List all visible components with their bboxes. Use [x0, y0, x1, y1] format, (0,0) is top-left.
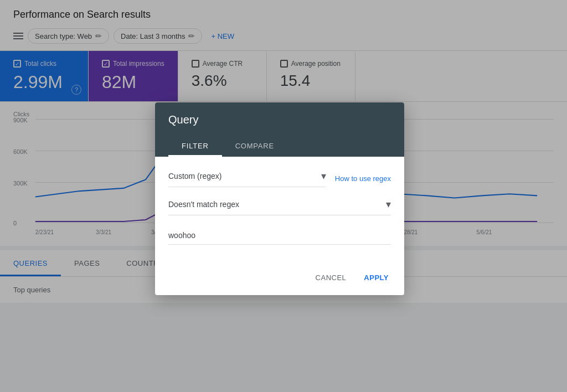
- cancel-button[interactable]: CANCEL: [309, 269, 353, 286]
- dialog-body: Custom (regex) ▾ How to use regex Doesn'…: [155, 157, 404, 265]
- query-dialog: Query FILTER COMPARE Custom (regex) ▾ Ho…: [155, 102, 404, 295]
- filter-type-select[interactable]: Custom (regex) ▾: [168, 170, 326, 187]
- match-type-row: Doesn't match regex ▾: [168, 198, 391, 215]
- filter-type-arrow-icon: ▾: [321, 170, 326, 182]
- dialog-tabs: FILTER COMPARE: [168, 135, 391, 157]
- filter-type-row: Custom (regex) ▾ How to use regex: [168, 170, 391, 187]
- dialog-title: Query: [168, 114, 391, 126]
- dialog-tab-compare[interactable]: COMPARE: [222, 135, 287, 157]
- regex-input[interactable]: [168, 226, 391, 245]
- dialog-actions: CANCEL APPLY: [155, 265, 404, 295]
- apply-button[interactable]: APPLY: [357, 269, 395, 286]
- dialog-tab-filter[interactable]: FILTER: [168, 135, 222, 157]
- match-type-select[interactable]: Doesn't match regex ▾: [168, 198, 391, 215]
- dialog-header: Query FILTER COMPARE: [155, 102, 404, 157]
- filter-type-value: Custom (regex): [168, 172, 221, 180]
- match-type-value: Doesn't match regex: [168, 200, 239, 209]
- filter-type-select-row: Custom (regex) ▾ How to use regex: [168, 170, 391, 187]
- regex-help-link[interactable]: How to use regex: [335, 174, 391, 183]
- input-row: [168, 226, 391, 245]
- match-type-arrow-icon: ▾: [386, 198, 391, 210]
